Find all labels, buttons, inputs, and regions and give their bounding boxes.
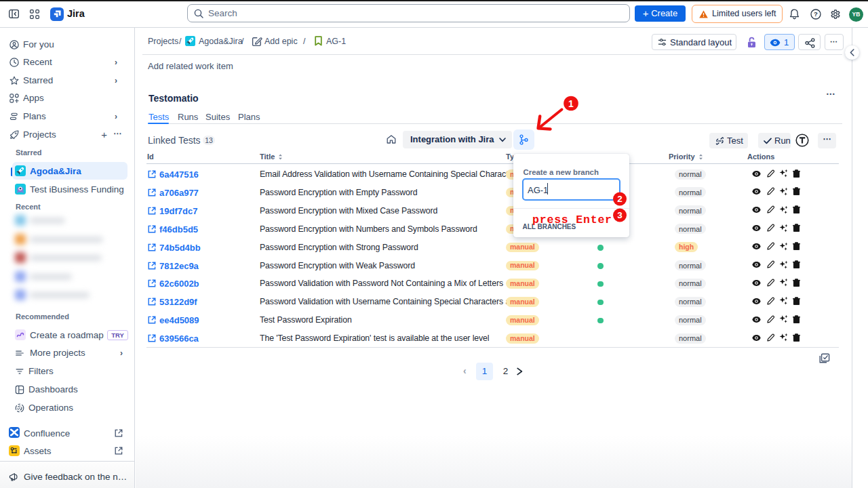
svg-text:?: ? (814, 10, 818, 18)
